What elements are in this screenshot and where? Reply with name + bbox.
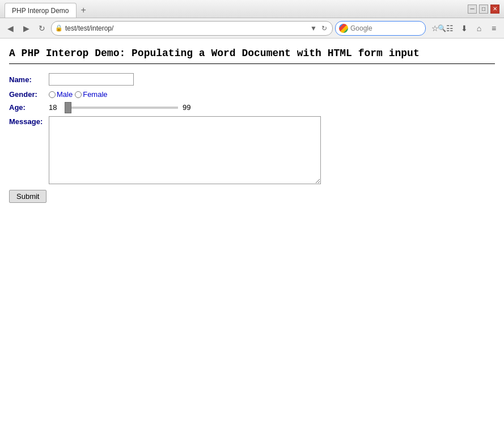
address-refresh-button[interactable]: ↻ — [320, 24, 329, 33]
address-dropdown-button[interactable]: ▼ — [308, 24, 319, 33]
gender-female-radio[interactable] — [75, 91, 82, 98]
name-label: Name: — [9, 75, 49, 84]
gender-male-text: Male — [57, 90, 73, 99]
home-icon: ⌂ — [477, 24, 481, 33]
gender-radio-group: Male Female — [49, 90, 108, 99]
download-button[interactable]: ⬇ — [458, 22, 471, 35]
forward-button[interactable]: ▶ — [19, 22, 33, 35]
search-bar-container: 🔍 — [335, 21, 426, 36]
bookmark-icon: ☷ — [446, 24, 454, 33]
close-button[interactable]: ✕ — [490, 5, 499, 14]
age-slider[interactable] — [65, 107, 178, 109]
star-button[interactable]: ☆ — [428, 22, 442, 35]
nav-tools: ☆ ☷ ⬇ ⌂ ≡ — [428, 22, 501, 35]
message-label: Message: — [9, 116, 49, 126]
age-label: Age: — [9, 103, 49, 112]
age-min-value: 18 — [49, 103, 60, 112]
address-bar-container: 🔒 ▼ ↻ — [51, 21, 333, 36]
name-input[interactable] — [49, 73, 134, 86]
back-button[interactable]: ◀ — [3, 22, 17, 35]
tab-area: PHP Interop Demo + — [5, 0, 468, 18]
submit-button[interactable]: Submit — [9, 190, 46, 203]
age-label-text: Age: — [9, 103, 26, 112]
download-icon: ⬇ — [461, 24, 468, 33]
active-tab[interactable]: PHP Interop Demo — [5, 3, 77, 18]
message-row: Message: — [9, 116, 495, 184]
page-content: A PHP Interop Demo: Populating a Word Do… — [0, 39, 504, 429]
gender-female-label[interactable]: Female — [75, 90, 107, 99]
gender-female-text: Female — [83, 90, 107, 99]
maximize-button[interactable]: □ — [479, 5, 488, 14]
star-icon: ☆ — [431, 24, 439, 33]
gender-male-label[interactable]: Male — [49, 90, 73, 99]
home-button[interactable]: ⌂ — [472, 22, 486, 35]
google-icon — [339, 24, 348, 33]
submit-row: Submit — [9, 190, 495, 203]
title-bar: PHP Interop Demo + ─ □ ✕ — [0, 0, 504, 18]
menu-button[interactable]: ≡ — [487, 22, 501, 35]
gender-row: Gender: Male Female — [9, 90, 495, 99]
name-row: Name: — [9, 73, 495, 86]
age-row: Age: 18 99 — [9, 103, 495, 112]
lock-icon: 🔒 — [55, 24, 63, 32]
new-tab-button[interactable]: + — [77, 3, 91, 18]
nav-bar: ◀ ▶ ↻ 🔒 ▼ ↻ 🔍 ☆ ☷ — [0, 18, 504, 39]
back-icon: ◀ — [7, 24, 14, 33]
refresh-button[interactable]: ↻ — [35, 22, 49, 35]
message-textarea[interactable] — [49, 116, 321, 184]
bookmark-button[interactable]: ☷ — [443, 22, 456, 35]
age-controls: 18 99 — [49, 103, 190, 112]
tab-label: PHP Interop Demo — [12, 7, 69, 15]
window-controls: ─ □ ✕ — [468, 5, 499, 14]
gender-label: Gender: — [9, 90, 49, 99]
age-max-value: 99 — [183, 103, 190, 112]
forward-icon: ▶ — [23, 24, 29, 33]
menu-icon: ≡ — [492, 24, 496, 33]
search-input[interactable] — [350, 24, 435, 32]
browser-window: PHP Interop Demo + ─ □ ✕ ◀ ▶ ↻ 🔒 ▼ ↻ — [0, 0, 504, 429]
minimize-button[interactable]: ─ — [468, 5, 477, 14]
title-divider — [9, 63, 495, 64]
refresh-icon: ↻ — [39, 24, 45, 33]
address-input[interactable] — [65, 24, 306, 32]
address-bar-actions: ▼ ↻ — [308, 24, 329, 33]
page-title: A PHP Interop Demo: Populating a Word Do… — [9, 48, 495, 59]
gender-male-radio[interactable] — [49, 91, 56, 98]
